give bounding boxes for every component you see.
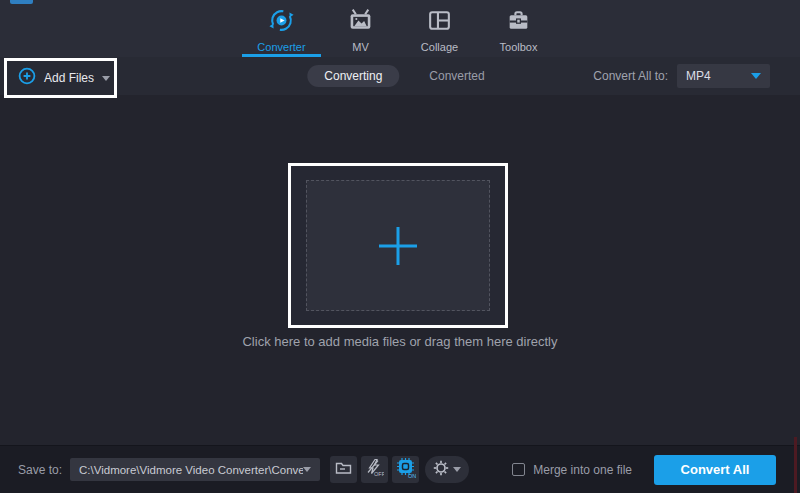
app-window: Converter MV (0, 0, 800, 493)
merge-into-one-file-option[interactable]: Merge into one file (512, 463, 632, 477)
merge-checkbox[interactable] (512, 463, 525, 476)
tab-converted[interactable]: Converted (421, 65, 492, 87)
mv-tv-icon (347, 7, 374, 38)
chevron-down-icon (102, 76, 110, 81)
convert-all-to-group: Convert All to: MP4 (593, 57, 770, 95)
gpu-chip-icon: ON (395, 458, 416, 482)
open-output-folder-button[interactable] (330, 456, 357, 483)
dropzone-highlight-box (288, 163, 508, 328)
tab-converter-label: Converter (257, 41, 305, 53)
save-path-dropdown[interactable]: C:\Vidmore\Vidmore Video Converter\Conve… (70, 458, 320, 481)
collage-grid-icon (426, 7, 453, 38)
bottom-bar: Save to: C:\Vidmore\Vidmore Video Conver… (0, 445, 800, 493)
toolbar-row: Converting Converted Convert All to: MP4 (0, 57, 800, 95)
converter-refresh-play-icon (268, 7, 295, 38)
bottom-icon-buttons: OFF ON (330, 456, 469, 483)
add-circle-icon (18, 67, 36, 89)
hardware-accel-state-label: OFF (374, 471, 384, 477)
output-format-value: MP4 (686, 69, 751, 83)
chevron-down-icon (751, 73, 761, 79)
hardware-acceleration-button[interactable]: OFF (361, 456, 388, 483)
add-files-label: Add Files (44, 71, 94, 85)
screen-edge-artifact (794, 437, 797, 493)
save-to-label: Save to: (18, 463, 62, 477)
add-files-button[interactable]: Add Files (7, 67, 110, 89)
save-path-value: C:\Vidmore\Vidmore Video Converter\Conve… (79, 464, 303, 476)
tab-collage-label: Collage (421, 41, 458, 53)
output-format-dropdown[interactable]: MP4 (677, 64, 770, 88)
tab-mv[interactable]: MV (321, 0, 400, 57)
open-folder-icon (335, 460, 352, 479)
top-nav-bar: Converter MV (0, 0, 800, 57)
merge-label: Merge into one file (533, 463, 632, 477)
tab-toolbox-label: Toolbox (500, 41, 538, 53)
app-logo (10, 0, 33, 4)
lightning-bolt-icon: OFF (365, 458, 384, 481)
tab-toolbox[interactable]: Toolbox (479, 0, 558, 57)
settings-button[interactable] (425, 456, 469, 483)
convert-all-to-label: Convert All to: (593, 69, 668, 83)
dropzone-hint-text: Click here to add media files or drag th… (0, 334, 800, 349)
main-content: Click here to add media files or drag th… (0, 95, 800, 445)
tab-mv-label: MV (352, 41, 369, 53)
gpu-acceleration-button[interactable]: ON (392, 456, 419, 483)
toolbox-briefcase-icon (505, 7, 532, 38)
tab-converter[interactable]: Converter (242, 0, 321, 57)
main-tabs: Converter MV (242, 0, 558, 57)
queue-tabs: Converting Converted (307, 57, 492, 95)
media-dropzone[interactable] (306, 180, 490, 311)
tab-converting[interactable]: Converting (307, 65, 399, 87)
gear-icon (433, 460, 449, 480)
chevron-down-icon (303, 467, 311, 472)
tab-collage[interactable]: Collage (400, 0, 479, 57)
convert-all-button[interactable]: Convert All (654, 455, 776, 485)
add-files-highlight-box: Add Files (4, 58, 117, 98)
add-plus-icon (397, 227, 400, 265)
chevron-down-icon (453, 467, 461, 472)
gpu-accel-state-label: ON (408, 472, 416, 478)
